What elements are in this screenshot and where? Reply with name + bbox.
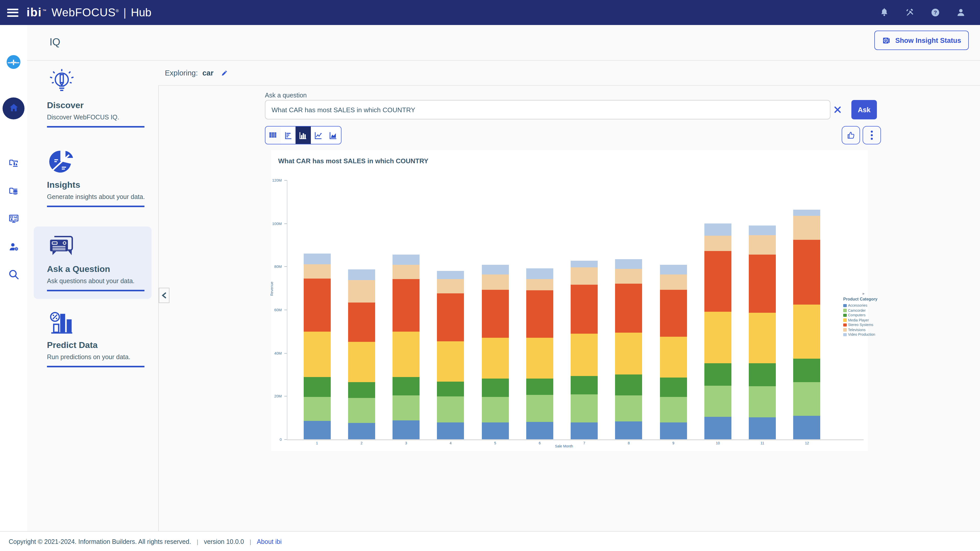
bar-segment-stereo-systems[interactable]	[482, 290, 509, 338]
bar-segment-video-production[interactable]	[660, 265, 687, 275]
notifications-bell-icon[interactable]	[880, 8, 889, 17]
vertical-bar-chart-button[interactable]	[296, 127, 310, 144]
bar-segment-video-production[interactable]	[482, 265, 509, 275]
line-chart-button[interactable]	[310, 127, 326, 144]
about-ibi-link[interactable]: About ibi	[257, 538, 282, 545]
legend-item[interactable]: Stereo Systems	[843, 322, 867, 327]
bar-segment-computers[interactable]	[437, 381, 464, 396]
bar-segment-accessories[interactable]	[571, 422, 598, 439]
bar-segment-media-player[interactable]	[348, 342, 375, 382]
bar-segment-media-player[interactable]	[526, 338, 553, 378]
bar-segment-accessories[interactable]	[660, 422, 687, 439]
bar-segment-video-production[interactable]	[437, 271, 464, 279]
bar-segment-media-player[interactable]	[749, 313, 776, 363]
bar-segment-accessories[interactable]	[304, 421, 331, 439]
bar-segment-televisions[interactable]	[437, 279, 464, 293]
legend-item[interactable]: Media Player	[843, 318, 867, 322]
card-predict-data[interactable]: Predict Data Run predictions on your dat…	[34, 303, 151, 375]
bar-segment-video-production[interactable]	[615, 259, 642, 269]
bar-segment-computers[interactable]	[526, 378, 553, 395]
bar-segment-video-production[interactable]	[526, 268, 553, 279]
sidebar-item-portals[interactable]	[0, 213, 27, 224]
bar-segment-computers[interactable]	[348, 382, 375, 398]
legend-item[interactable]: Camcorder	[843, 308, 867, 313]
bar-segment-accessories[interactable]	[393, 421, 420, 439]
bar-segment-stereo-systems[interactable]	[393, 279, 420, 332]
bar-segment-accessories[interactable]	[437, 422, 464, 439]
bar-segment-computers[interactable]	[482, 379, 509, 397]
card-insights[interactable]: Insights Generate insights about your da…	[34, 142, 151, 214]
legend-item[interactable]: Accessories	[843, 303, 867, 308]
bar-segment-computers[interactable]	[660, 377, 687, 397]
card-ask-a-question[interactable]: Ask a Question Ask questions about your …	[34, 227, 151, 299]
bar-segment-televisions[interactable]	[660, 275, 687, 290]
bar-segment-accessories[interactable]	[794, 416, 821, 439]
bar-segment-media-player[interactable]	[571, 334, 598, 376]
bar-segment-computers[interactable]	[794, 359, 821, 382]
legend-item[interactable]: Computers	[843, 313, 867, 318]
bar-segment-televisions[interactable]	[348, 280, 375, 303]
clear-question-button[interactable]	[832, 104, 843, 115]
bar-segment-accessories[interactable]	[704, 416, 732, 439]
bar-segment-computers[interactable]	[704, 363, 732, 386]
bar-segment-stereo-systems[interactable]	[704, 251, 732, 312]
bar-segment-televisions[interactable]	[304, 264, 331, 279]
legend-expand-icon[interactable]: ▸	[862, 291, 865, 296]
horizontal-bar-chart-button[interactable]	[280, 127, 296, 144]
bar-segment-media-player[interactable]	[794, 305, 821, 359]
bar-segment-stereo-systems[interactable]	[660, 290, 687, 337]
edit-pencil-icon[interactable]	[221, 69, 229, 77]
bar-segment-media-player[interactable]	[660, 337, 687, 377]
bar-segment-camcorder[interactable]	[660, 397, 687, 422]
bar-segment-camcorder[interactable]	[794, 383, 821, 416]
bar-segment-camcorder[interactable]	[571, 394, 598, 422]
thumbs-up-button[interactable]	[842, 126, 860, 144]
bar-segment-accessories[interactable]	[615, 421, 642, 439]
bar-segment-televisions[interactable]	[794, 216, 821, 240]
bar-segment-televisions[interactable]	[571, 267, 598, 285]
bar-segment-stereo-systems[interactable]	[615, 284, 642, 333]
bar-segment-video-production[interactable]	[704, 223, 732, 235]
bar-segment-camcorder[interactable]	[482, 397, 509, 422]
bar-segment-camcorder[interactable]	[526, 395, 553, 422]
bar-segment-video-production[interactable]	[393, 254, 420, 265]
help-icon[interactable]: ?	[931, 8, 940, 17]
bar-segment-televisions[interactable]	[615, 269, 642, 284]
bar-segment-stereo-systems[interactable]	[794, 240, 821, 305]
bar-segment-media-player[interactable]	[437, 341, 464, 381]
sidebar-item-workspaces[interactable]	[0, 158, 27, 168]
more-options-button[interactable]	[862, 126, 881, 144]
sidebar-item-iq-atom[interactable]	[0, 128, 27, 140]
bar-segment-media-player[interactable]	[304, 332, 331, 377]
legend-item[interactable]: Televisions	[843, 327, 867, 332]
bar-segment-stereo-systems[interactable]	[437, 293, 464, 341]
ask-button[interactable]: Ask	[851, 100, 877, 119]
bar-segment-stereo-systems[interactable]	[749, 254, 776, 313]
bar-segment-camcorder[interactable]	[393, 395, 420, 421]
bar-segment-televisions[interactable]	[482, 275, 509, 290]
bar-segment-camcorder[interactable]	[304, 397, 331, 421]
bar-segment-computers[interactable]	[571, 376, 598, 394]
bar-segment-accessories[interactable]	[526, 422, 553, 439]
table-view-button[interactable]	[266, 127, 280, 144]
menu-icon[interactable]	[7, 8, 18, 17]
bar-segment-accessories[interactable]	[749, 418, 776, 440]
legend-item[interactable]: Video Production	[843, 332, 867, 337]
bar-segment-stereo-systems[interactable]	[571, 285, 598, 334]
bar-segment-camcorder[interactable]	[704, 386, 732, 416]
bar-segment-computers[interactable]	[615, 375, 642, 395]
bar-segment-computers[interactable]	[304, 377, 331, 397]
bar-segment-televisions[interactable]	[526, 279, 553, 291]
bar-segment-video-production[interactable]	[794, 210, 821, 216]
bar-segment-camcorder[interactable]	[437, 396, 464, 422]
bar-segment-camcorder[interactable]	[749, 386, 776, 418]
bar-segment-media-player[interactable]	[704, 312, 732, 363]
bar-segment-video-production[interactable]	[348, 269, 375, 280]
bar-segment-stereo-systems[interactable]	[348, 303, 375, 342]
bar-segment-media-player[interactable]	[615, 333, 642, 375]
bar-segment-video-production[interactable]	[749, 225, 776, 235]
user-icon[interactable]	[956, 8, 966, 17]
bar-segment-computers[interactable]	[749, 363, 776, 386]
bar-segment-stereo-systems[interactable]	[304, 279, 331, 331]
area-chart-button[interactable]	[326, 127, 341, 144]
